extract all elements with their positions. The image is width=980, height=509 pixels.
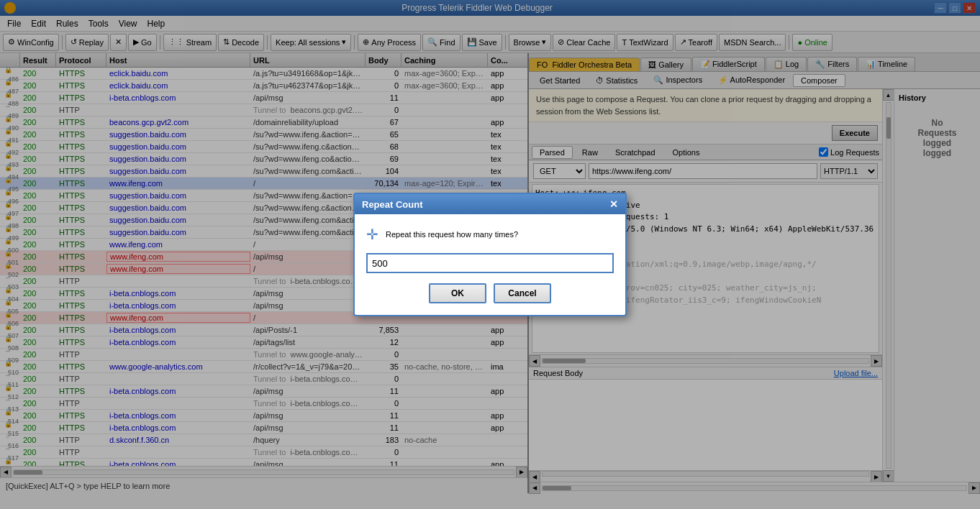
dialog-input-area [366, 253, 614, 273]
dialog-prompt: ✛ Repeat this request how many times? [366, 226, 614, 243]
dialog-title: Repeat Count [362, 199, 423, 210]
dialog-cancel-button[interactable]: Cancel [494, 283, 551, 303]
move-icon: ✛ [366, 226, 378, 243]
dialog-ok-button[interactable]: OK [429, 283, 486, 303]
dialog-close-button[interactable]: ✕ [609, 198, 618, 210]
dialog-buttons: OK Cancel [366, 283, 614, 303]
dialog-prompt-text: Repeat this request how many times? [386, 230, 518, 239]
repeat-count-input[interactable] [366, 253, 614, 273]
dialog-title-bar: Repeat Count ✕ [355, 194, 625, 214]
repeat-count-dialog: Repeat Count ✕ ✛ Repeat this request how… [353, 193, 627, 316]
dialog-body: ✛ Repeat this request how many times? OK… [355, 214, 625, 315]
modal-overlay: Repeat Count ✕ ✛ Repeat this request how… [0, 0, 980, 509]
